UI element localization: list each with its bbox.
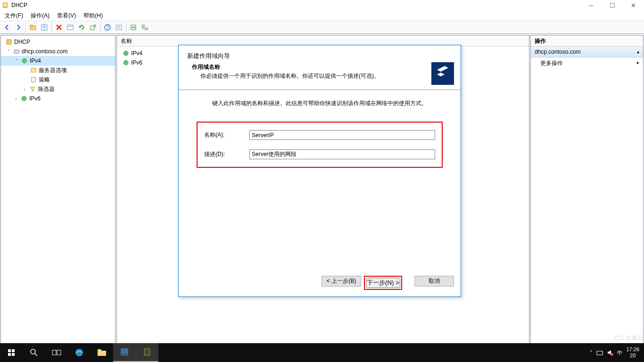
tree-server-label: dhcp.contoso.com xyxy=(22,48,67,55)
svg-rect-1 xyxy=(4,4,6,5)
svg-rect-16 xyxy=(131,25,136,27)
collapse-icon[interactable]: ˅ xyxy=(6,49,11,54)
network-icon[interactable] xyxy=(140,22,150,33)
tree-ipv6[interactable]: › IPv6 xyxy=(1,94,115,103)
title-text: DHCP xyxy=(11,2,27,8)
chevron-right-icon: ▸ xyxy=(637,60,639,65)
taskbar: ˄ 中 17:26 20 xyxy=(0,343,644,362)
menu-help[interactable]: 帮助(H) xyxy=(80,11,107,21)
window-icon[interactable] xyxy=(65,22,75,33)
dhcp-app-icon[interactable] xyxy=(136,343,158,362)
menu-file[interactable]: 文件(F) xyxy=(1,11,27,21)
help-icon[interactable]: ? xyxy=(102,22,113,33)
policy-icon xyxy=(30,76,37,83)
close-button[interactable]: ✕ xyxy=(623,0,644,10)
folder-icon[interactable] xyxy=(28,22,38,33)
tree-item-label: 策略 xyxy=(39,76,50,84)
network-tray-icon[interactable] xyxy=(596,349,603,356)
expand-icon[interactable]: › xyxy=(13,96,19,101)
actions-section-label: dhcp.contoso.com xyxy=(535,49,580,55)
ipv6-icon xyxy=(20,95,28,102)
tree-item-label: 服务器选项 xyxy=(39,66,67,74)
toolbar-separator xyxy=(51,23,52,32)
tree-ipv6-label: IPv6 xyxy=(29,95,41,102)
search-button[interactable] xyxy=(23,343,45,362)
wizard-title: 新建作用域向导 xyxy=(187,52,452,60)
svg-rect-4 xyxy=(30,25,33,26)
tree-root-label: DHCP xyxy=(14,39,30,45)
toolbar-separator xyxy=(100,23,100,32)
server-node-icon xyxy=(13,48,20,55)
wizard-hint: 键入此作用域的名称和描述。此信息可帮助你快速识别该作用域在网络中的使用方式。 xyxy=(190,99,449,117)
tray-clock[interactable]: 17:26 20 xyxy=(626,346,641,359)
next-button[interactable]: 下一步(N) > xyxy=(366,278,400,288)
svg-rect-21 xyxy=(14,50,19,53)
desc-label: 描述(D): xyxy=(204,150,249,158)
svg-point-25 xyxy=(22,96,26,101)
maximize-button[interactable]: ☐ xyxy=(602,0,623,10)
svg-rect-23 xyxy=(31,68,36,72)
tree-ipv4-label: IPv4 xyxy=(30,58,41,64)
collapse-icon[interactable]: ˅ xyxy=(14,58,19,64)
taskview-button[interactable] xyxy=(45,343,68,362)
menu-action[interactable]: 操作(A) xyxy=(27,11,53,21)
server-manager-icon[interactable] xyxy=(113,343,136,362)
server-icon[interactable] xyxy=(128,22,139,33)
svg-rect-31 xyxy=(12,353,15,356)
list-item-label: IPv6 xyxy=(131,59,142,66)
scope-desc-input[interactable] xyxy=(249,149,435,159)
tree-server[interactable]: ˅ dhcp.contoso.com xyxy=(1,47,115,56)
explorer-icon[interactable] xyxy=(91,343,113,362)
more-actions[interactable]: 更多操作 ▸ xyxy=(531,58,643,69)
toolbar-separator xyxy=(25,23,26,32)
tree-item-label: 筛选器 xyxy=(38,85,55,93)
tree-filters[interactable]: › 筛选器 xyxy=(1,84,115,94)
svg-rect-37 xyxy=(98,351,106,356)
svg-point-27 xyxy=(124,60,128,65)
content-panel: 名称 IPv4 IPv6 新建作用域向导 作用域名称 你必须提供一个用于识别的作… xyxy=(116,35,529,351)
dhcp-icon xyxy=(5,38,13,46)
svg-rect-24 xyxy=(32,77,35,82)
ie-icon[interactable] xyxy=(68,343,91,362)
svg-point-26 xyxy=(124,51,128,56)
menu-view[interactable]: 查看(V) xyxy=(53,11,80,21)
ipv4-list-icon xyxy=(122,49,130,57)
name-label: 名称(A): xyxy=(204,131,249,139)
title-bar: DHCP ─ ☐ ✕ xyxy=(0,0,644,10)
svg-rect-40 xyxy=(121,354,128,356)
tree-server-options[interactable]: 服务器选项 xyxy=(1,66,115,75)
minimize-button[interactable]: ─ xyxy=(580,0,602,10)
tree-policies[interactable]: 策略 xyxy=(1,75,115,84)
scope-name-input[interactable] xyxy=(249,130,435,140)
start-button[interactable] xyxy=(0,343,23,362)
delete-icon[interactable] xyxy=(54,22,64,33)
svg-rect-8 xyxy=(67,25,73,30)
svg-rect-20 xyxy=(7,40,11,44)
cancel-button[interactable]: 取消 xyxy=(414,276,454,287)
back-button[interactable]: < 上一步(B) xyxy=(322,276,361,287)
forward-button[interactable] xyxy=(13,22,24,33)
ipv6-list-icon xyxy=(122,59,130,66)
svg-rect-42 xyxy=(597,351,603,355)
wizard-dialog: 新建作用域向导 作用域名称 你必须提供一个用于识别的作用域名称。你还可以提供一个… xyxy=(178,45,461,297)
properties-icon[interactable] xyxy=(114,22,124,33)
tree-root[interactable]: DHCP xyxy=(1,37,115,47)
refresh-icon[interactable] xyxy=(76,22,87,33)
svg-line-33 xyxy=(35,354,37,356)
back-button[interactable] xyxy=(2,22,12,33)
actions-section[interactable]: dhcp.contoso.com ▴ xyxy=(531,47,643,58)
expand-icon[interactable]: › xyxy=(22,87,27,92)
svg-point-22 xyxy=(22,58,27,63)
volume-tray-icon[interactable] xyxy=(607,349,613,356)
tree-ipv4[interactable]: ˅ IPv4 xyxy=(1,56,115,66)
app-icon xyxy=(2,2,8,8)
svg-rect-41 xyxy=(144,349,150,355)
export-icon[interactable] xyxy=(88,22,98,33)
svg-point-32 xyxy=(31,349,35,354)
collapse-icon[interactable]: ▴ xyxy=(637,49,639,54)
tray-up-icon[interactable]: ˄ xyxy=(590,350,593,356)
ime-indicator[interactable]: 中 xyxy=(617,349,622,356)
svg-rect-39 xyxy=(121,348,128,354)
grid-icon[interactable] xyxy=(39,22,50,33)
watermark: 亿速云 xyxy=(614,334,643,342)
